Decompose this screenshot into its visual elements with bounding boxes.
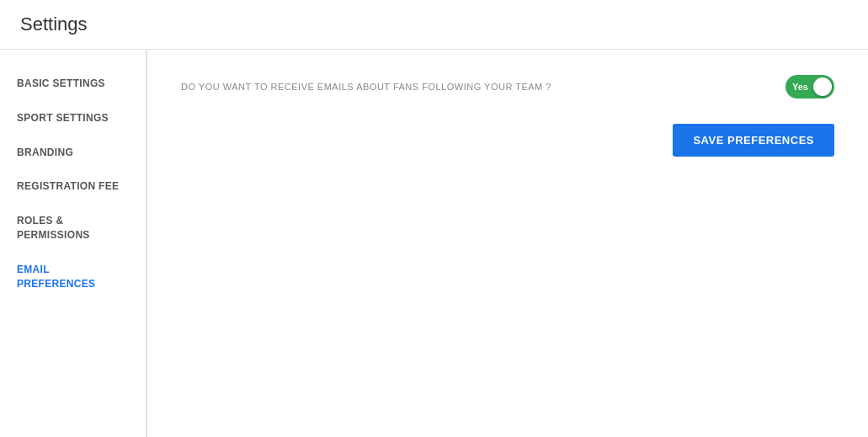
content-area: DO YOU WANT TO RECEIVE EMAILS ABOUT FANS…	[147, 50, 868, 437]
sidebar-item-basic-settings[interactable]: BASIC SETTINGS	[0, 67, 146, 101]
sidebar-item-registration-fee[interactable]: REGISTRATION FEE	[0, 169, 146, 204]
sidebar: BASIC SETTINGS SPORT SETTINGS BRANDING R…	[0, 50, 147, 437]
sidebar-item-email-preferences[interactable]: EMAIL PREFERENCES	[0, 253, 146, 301]
sidebar-item-roles-permissions[interactable]: ROLES & PERMISSIONS	[0, 204, 146, 253]
save-preferences-button[interactable]: SAVE PREFERENCES	[673, 124, 834, 157]
sidebar-item-branding[interactable]: BRANDING	[0, 136, 146, 170]
preference-question: DO YOU WANT TO RECEIVE EMAILS ABOUT FANS…	[181, 82, 551, 92]
toggle-thumb	[813, 77, 832, 96]
sidebar-item-sport-settings[interactable]: SPORT SETTINGS	[0, 101, 146, 136]
email-preference-row: DO YOU WANT TO RECEIVE EMAILS ABOUT FANS…	[181, 75, 834, 99]
toggle-yes-label: Yes	[792, 82, 808, 92]
page-title: Settings	[20, 13, 848, 35]
email-toggle[interactable]: Yes	[785, 75, 834, 99]
